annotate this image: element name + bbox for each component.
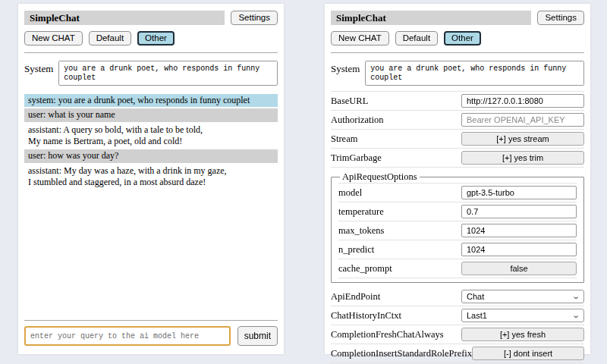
system-label: System <box>24 61 53 86</box>
system-prompt-input[interactable]: you are a drunk poet, who responds in fu… <box>365 61 584 86</box>
chat-message-assistant: assistant: My day was a haze, with a dri… <box>24 165 278 190</box>
header: SimpleChat Settings <box>331 11 584 25</box>
system-label: System <box>331 61 360 86</box>
fresh-chat-toggle-button[interactable]: [+] yes fresh <box>461 328 584 341</box>
max-tokens-label: max_tokens <box>338 225 384 237</box>
cache-prompt-toggle-button[interactable]: false <box>461 262 577 275</box>
n-predict-input[interactable] <box>461 243 577 256</box>
query-input[interactable] <box>24 326 231 346</box>
api-endpoint-label: ApiEndPoint <box>331 291 380 303</box>
model-input[interactable] <box>461 186 577 199</box>
settings-button[interactable]: Settings <box>537 11 584 25</box>
trimgarbage-toggle-button[interactable]: [+] yes trim <box>461 151 584 165</box>
model-label: model <box>338 187 362 199</box>
setting-row-role-prefix: CompletionInsertStandardRolePrefix [-] d… <box>331 344 584 363</box>
footer-divider <box>24 320 278 321</box>
chat-message-system: system: you are a drunk poet, who respon… <box>24 94 278 107</box>
chat-history-label: ChatHistoryInCtxt <box>331 310 401 322</box>
settings-list: BaseURL Authorization Stream [+] yes str… <box>331 91 584 363</box>
session-button-default[interactable]: Default <box>395 31 438 46</box>
setting-row-max-tokens: max_tokens <box>338 221 577 240</box>
header-divider <box>331 52 584 53</box>
stream-toggle-button[interactable]: [+] yes stream <box>461 132 584 146</box>
chevron-down-icon: ⌄ <box>571 312 580 318</box>
cache-prompt-label: cache_prompt <box>338 263 392 275</box>
chat-message-user: user: how was your day? <box>24 149 278 162</box>
trimgarbage-label: TrimGarbage <box>331 152 382 164</box>
n-predict-label: n_predict <box>338 244 374 256</box>
api-endpoint-selected-value: Chat <box>467 292 484 301</box>
temperature-label: temperature <box>338 206 384 218</box>
chat-history-selected-value: Last1 <box>467 311 487 320</box>
setting-row-stream: Stream [+] yes stream <box>331 130 584 149</box>
app-title: SimpleChat <box>24 11 225 25</box>
system-prompt-row: System you are a drunk poet, who respond… <box>331 61 584 86</box>
api-request-options-fieldset: ApiRequestOptions model temperature max_… <box>331 171 584 283</box>
setting-row-chat-history: ChatHistoryInCtxt Last1 ⌄ <box>331 306 584 325</box>
setting-row-model: model <box>338 183 577 202</box>
new-chat-button[interactable]: New CHAT <box>331 31 389 46</box>
setting-row-authorization: Authorization <box>331 111 584 130</box>
session-bar: New CHAT Default Other <box>24 31 278 46</box>
chat-message-user: user: what is your name <box>24 108 278 121</box>
query-footer: submit <box>24 313 278 346</box>
api-endpoint-select[interactable]: Chat ⌄ <box>461 290 584 303</box>
header: SimpleChat Settings <box>24 11 278 25</box>
setting-row-cache-prompt: cache_prompt false <box>338 259 577 278</box>
baseurl-label: BaseURL <box>331 96 368 107</box>
setting-row-n-predict: n_predict <box>338 240 577 259</box>
session-button-other[interactable]: Other <box>137 31 175 46</box>
chat-history-select[interactable]: Last1 ⌄ <box>461 309 584 322</box>
new-chat-button[interactable]: New CHAT <box>24 31 83 46</box>
setting-row-baseurl: BaseURL <box>331 91 584 111</box>
chat-panel: SimpleChat Settings New CHAT Default Oth… <box>18 4 284 354</box>
authorization-label: Authorization <box>331 115 383 126</box>
setting-row-fresh-chat: CompletionFreshChatAlways [+] yes fresh <box>331 325 584 344</box>
role-prefix-toggle-button[interactable]: [-] dont insert <box>472 347 584 360</box>
authorization-input[interactable] <box>461 113 584 127</box>
role-prefix-label: CompletionInsertStandardRolePrefix <box>331 348 472 359</box>
chat-message-assistant: assistant: A query so bold, with a tale … <box>24 124 278 149</box>
setting-row-temperature: temperature <box>338 202 577 221</box>
temperature-input[interactable] <box>461 205 577 218</box>
session-bar: New CHAT Default Other <box>331 31 584 46</box>
api-request-options-legend: ApiRequestOptions <box>340 171 420 183</box>
app-title: SimpleChat <box>331 11 531 25</box>
baseurl-input[interactable] <box>461 94 584 108</box>
system-prompt-row: System you are a drunk poet, who respond… <box>24 61 278 86</box>
header-divider <box>24 52 278 53</box>
session-button-default[interactable]: Default <box>89 31 131 46</box>
setting-row-trimgarbage: TrimGarbage [+] yes trim <box>331 149 584 168</box>
max-tokens-input[interactable] <box>461 224 577 237</box>
chevron-down-icon: ⌄ <box>571 293 580 300</box>
settings-button[interactable]: Settings <box>231 11 278 25</box>
fresh-chat-label: CompletionFreshChatAlways <box>331 329 444 340</box>
session-button-other[interactable]: Other <box>444 31 481 46</box>
chat-message-list: system: you are a drunk poet, who respon… <box>24 94 278 190</box>
settings-panel: SimpleChat Settings New CHAT Default Oth… <box>325 4 590 354</box>
system-prompt-input[interactable]: you are a drunk poet, who responds in fu… <box>58 61 278 86</box>
submit-button[interactable]: submit <box>237 326 278 346</box>
setting-row-api-endpoint: ApiEndPoint Chat ⌄ <box>331 287 584 306</box>
stream-label: Stream <box>331 133 357 145</box>
